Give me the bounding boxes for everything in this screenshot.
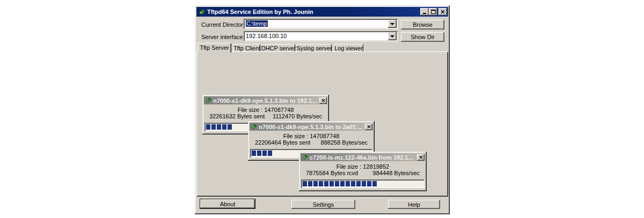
close-icon [367, 125, 371, 129]
transfer-title: n7000-s1-dk9-npe.5.1.3.bin to 192.1... [213, 97, 319, 104]
transfer-rate-text: 888258 Bytes/sec [321, 139, 368, 146]
current-directory-combobox[interactable]: C:\temp [244, 19, 398, 29]
minimize-icon [423, 13, 426, 14]
current-directory-label: Current Directory [201, 21, 246, 28]
file-size-text: File size : 147087748 [202, 107, 329, 113]
server-interface-combobox[interactable]: 192.168.100.10 [244, 31, 398, 41]
transfer-rate-text: 1112470 Bytes/sec [273, 113, 322, 119]
maximize-button[interactable] [429, 8, 437, 16]
transfer-app-icon [302, 154, 308, 160]
transfer-rate-text: 984448 Bytes/sec [373, 170, 420, 176]
app-icon [198, 9, 206, 16]
progress-blocks [206, 124, 233, 130]
tab-log-viewer[interactable]: Log viewer [334, 44, 363, 52]
browse-button[interactable]: Browse [401, 20, 444, 29]
close-button[interactable] [438, 8, 447, 16]
maximize-icon [431, 10, 436, 14]
transfer-close-button[interactable] [417, 154, 425, 161]
transfer-close-button[interactable] [319, 97, 327, 104]
progress-blocks [303, 181, 378, 186]
bytes-rcvd-text: 7875584 Bytes rcvd [306, 170, 358, 176]
settings-button[interactable]: Settings [291, 200, 355, 209]
file-size-text: File size : 147087748 [248, 133, 375, 139]
tab-tftp-client[interactable]: Tftp Client [233, 44, 260, 52]
bytes-sent-text: 32261632 Bytes sent [209, 113, 265, 119]
tab-tftp-server[interactable]: Tftp Server [197, 43, 231, 52]
transfer-app-icon [205, 97, 211, 103]
transfer-title: c7200-is-mz.122-46a.bin from 192.1... [310, 154, 417, 161]
chevron-down-icon [390, 23, 394, 25]
about-button[interactable]: About [200, 199, 255, 209]
help-button[interactable]: Help [388, 200, 440, 209]
transfer-title-bar[interactable]: n7000-s1-dk9-npe.5.1.3.bin to 2a01:... [250, 123, 373, 131]
minimize-button[interactable] [420, 8, 429, 16]
close-icon [321, 99, 325, 102]
window-title: Tftpd64 Service Edition by Ph. Jounin [207, 9, 313, 15]
transfer-window-3: c7200-is-mz.122-46a.bin from 192.1... Fi… [299, 152, 427, 191]
tab-dhcp-server[interactable]: DHCP server [262, 44, 295, 52]
close-icon [419, 155, 423, 159]
transfer-progressbar [301, 179, 425, 188]
show-dir-button[interactable]: Show Dir [401, 32, 444, 42]
server-interface-label: Server interface [201, 34, 243, 40]
current-directory-dropdown-button[interactable] [388, 20, 397, 28]
bytes-sent-text: 22206464 Bytes sent [255, 139, 310, 146]
transfer-app-icon [251, 124, 257, 130]
transfer-title-bar[interactable]: c7200-is-mz.122-46a.bin from 192.1... [301, 153, 425, 161]
transfer-title: n7000-s1-dk9-npe.5.1.3.bin to 2a01:... [259, 124, 365, 130]
transfer-close-button[interactable] [365, 124, 372, 130]
title-bar[interactable]: Tftpd64 Service Edition by Ph. Jounin [196, 7, 448, 17]
server-interface-dropdown-button[interactable] [388, 32, 397, 40]
close-icon [441, 10, 445, 14]
transfer-title-bar[interactable]: n7000-s1-dk9-npe.5.1.3.bin to 192.1... [204, 96, 327, 104]
current-directory-value: C:\temp [246, 20, 268, 27]
chevron-down-icon [390, 35, 394, 37]
server-interface-value: 192.168.100.10 [246, 33, 287, 39]
tab-syslog-server[interactable]: Syslog server [297, 44, 332, 52]
file-size-text: File size : 12819852 [299, 163, 427, 170]
progress-blocks [252, 151, 273, 156]
